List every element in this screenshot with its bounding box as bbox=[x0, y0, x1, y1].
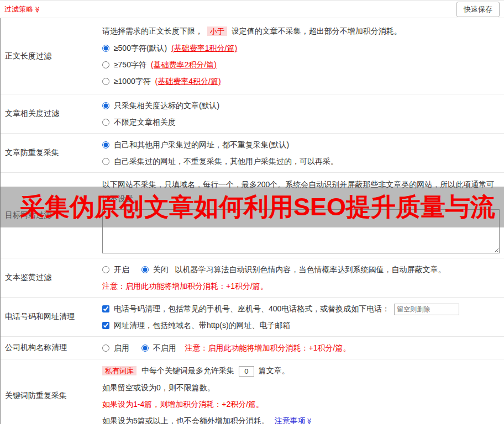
row-content-target-site: 以下网站不采集，只填域名，每行一个，最多200个。系统会自动识别并屏蔽那些非文章… bbox=[99, 173, 504, 258]
option-text: 不限定文章相关度 bbox=[114, 118, 176, 126]
notice-link[interactable]: 注意事项≫ bbox=[275, 416, 313, 424]
row-content-dedupe: 自己和其他用户采集过的网址，都不重复采集(默认) 自己采集过的网址，不重复采集，… bbox=[99, 134, 504, 172]
length-option-500[interactable]: ≥500字符(默认) (基础费率1积分/篇) bbox=[102, 44, 237, 52]
row-content-porn-filter: 开启 关闭 以机器学习算法自动识别色情内容，当色情概率达到系统阈值，自动屏蔽文章… bbox=[99, 258, 504, 297]
dedupe-option-own[interactable]: 自己采集过的网址，不重复采集，其他用户采集过的，可以再采。 bbox=[102, 157, 338, 166]
settings-table: 正文长度过滤 请选择需求的正文长度下限， 小于 设定值的文章不采集，超出部分不增… bbox=[0, 18, 504, 424]
length-option-line-750: ≥750字符 (基础费率2积分/篇) bbox=[102, 56, 500, 73]
page-header: 过滤策略≫ 快速保存 bbox=[0, 0, 504, 18]
row-company-clean: 公司机构名称清理 启用 不启用 注意：启用此功能将增加积分消耗：+1积分/篇。 bbox=[1, 337, 504, 359]
row-body-length-filter: 正文长度过滤 请选择需求的正文长度下限， 小于 设定值的文章不采集，超出部分不增… bbox=[1, 18, 504, 94]
keyword-note-five-text: 如果设为5篇或以上，也不会额外增加积分消耗。 bbox=[102, 416, 269, 424]
keyword-limit-unit: 篇文章。 bbox=[259, 366, 290, 375]
length-option-1000[interactable]: ≥1000字符 (基础费率4积分/篇) bbox=[102, 77, 221, 86]
dedupe-option-line-2: 自己采集过的网址，不重复采集，其他用户采集过的，可以再采。 bbox=[102, 153, 500, 169]
option-rate-note: (基础费率4积分/篇) bbox=[155, 77, 221, 86]
row-content-phone-url-clean: 电话号码清理，包括常见的手机号、座机号、400电话格式，或替换成如下电话： 网址… bbox=[99, 298, 504, 336]
keyword-limit-line: 私有词库 中每个关键词最多允许采集 篇文章。 bbox=[102, 362, 500, 379]
replacement-phone-input[interactable] bbox=[394, 304, 459, 315]
relevance-option-any[interactable]: 不限定文章相关度 bbox=[102, 118, 176, 126]
row-label-porn-filter: 文本鉴黄过滤 bbox=[1, 258, 99, 297]
option-text: 只采集相关度达标的文章(默认) bbox=[114, 101, 219, 110]
dedupe-option-own-radio[interactable] bbox=[102, 158, 109, 165]
row-relevance-filter: 文章相关度过滤 只采集相关度达标的文章(默认) 不限定文章相关度 bbox=[1, 94, 504, 134]
phone-clean-line: 电话号码清理，包括常见的手机号、座机号、400电话格式，或替换成如下电话： bbox=[102, 300, 500, 317]
keyword-note-five-line: 如果设为5篇或以上，也不会额外增加积分消耗。 注意事项≫ bbox=[102, 412, 500, 424]
length-option-line-1000: ≥1000字符 (基础费率4积分/篇) bbox=[102, 73, 500, 89]
less-than-badge: 小于 bbox=[207, 26, 227, 36]
row-label-body-length: 正文长度过滤 bbox=[1, 18, 99, 94]
keyword-limit-text: 中每个关键词最多允许采集 bbox=[141, 366, 234, 375]
porn-filter-off-option[interactable]: 关闭 bbox=[141, 265, 171, 274]
relevance-option-line-1: 只采集相关度达标的文章(默认) bbox=[102, 97, 500, 114]
row-content-body-length: 请选择需求的正文长度下限， 小于 设定值的文章不采集，超出部分不增加积分消耗。 … bbox=[99, 18, 504, 94]
length-option-750[interactable]: ≥750字符 (基础费率2积分/篇) bbox=[102, 60, 217, 69]
porn-filter-on-radio[interactable] bbox=[102, 266, 109, 273]
chevron-down-icon: ≫ bbox=[34, 6, 41, 13]
option-text: 电话号码清理，包括常见的手机号、座机号、400电话格式，或替换成如下电话： bbox=[114, 304, 390, 313]
row-content-relevance: 只采集相关度达标的文章(默认) 不限定文章相关度 bbox=[99, 94, 504, 133]
option-text: ≥1000字符 bbox=[114, 77, 151, 86]
phone-clean-option[interactable]: 电话号码清理，包括常见的手机号、座机号、400电话格式，或替换成如下电话： bbox=[102, 304, 392, 313]
option-text: ≥750字符 bbox=[114, 60, 146, 69]
keyword-note-cost: 如果设为1-4篇，则增加积分消耗：+2积分/篇。 bbox=[102, 396, 500, 412]
quick-save-button[interactable]: 快速保存 bbox=[456, 2, 500, 17]
option-text: 启用 bbox=[114, 343, 129, 352]
porn-filter-on-option[interactable]: 开启 bbox=[102, 265, 132, 274]
porn-filter-options-line: 开启 关闭 以机器学习算法自动识别色情内容，当色情概率达到系统阈值，自动屏蔽文章… bbox=[102, 261, 500, 278]
company-clean-on-option[interactable]: 启用 bbox=[102, 343, 132, 352]
option-rate-note: (基础费率1积分/篇) bbox=[171, 44, 237, 52]
porn-filter-off-radio[interactable] bbox=[141, 266, 149, 273]
row-label-phone-url-clean: 电话号码和网址清理 bbox=[1, 298, 99, 336]
relevance-option-strict[interactable]: 只采集相关度达标的文章(默认) bbox=[102, 101, 219, 110]
company-clean-on-radio[interactable] bbox=[102, 344, 109, 352]
phone-clean-checkbox[interactable] bbox=[102, 305, 109, 312]
option-text: 网址清理，包括纯域名、带http(s)的网址、电子邮箱 bbox=[114, 321, 291, 330]
intro-text-post: 设定值的文章不采集，超出部分不增加积分消耗。 bbox=[232, 26, 402, 35]
url-clean-checkbox[interactable] bbox=[102, 322, 109, 329]
row-label-relevance: 文章相关度过滤 bbox=[1, 94, 99, 133]
url-clean-line: 网址清理，包括纯域名、带http(s)的网址、电子邮箱 bbox=[102, 317, 500, 333]
chevron-down-icon: ≫ bbox=[301, 418, 317, 424]
dedupe-option-line-1: 自己和其他用户采集过的网址，都不重复采集(默认) bbox=[102, 136, 500, 153]
length-option-1000-radio[interactable] bbox=[102, 78, 109, 85]
porn-filter-cost-note: 注意：启用此功能将增加积分消耗：+1积分/篇。 bbox=[102, 278, 500, 294]
row-phone-url-clean: 电话号码和网址清理 电话号码清理，包括常见的手机号、座机号、400电话格式，或替… bbox=[1, 298, 504, 337]
row-dedupe-collect: 文章防重复采集 自己和其他用户采集过的网址，都不重复采集(默认) 自己采集过的网… bbox=[1, 134, 504, 173]
page-title: 过滤策略 bbox=[4, 5, 33, 13]
dedupe-option-global[interactable]: 自己和其他用户采集过的网址，都不重复采集(默认) bbox=[102, 140, 289, 149]
length-option-500-radio[interactable] bbox=[102, 45, 109, 52]
filter-strategy-page: 过滤策略≫ 快速保存 正文长度过滤 请选择需求的正文长度下限， 小于 设定值的文… bbox=[0, 0, 504, 424]
company-clean-cost-note: 注意：启用此功能将增加积分消耗：+1积分/篇。 bbox=[185, 343, 351, 352]
row-keyword-dedupe: 关键词防重复采集 私有词库 中每个关键词最多允许采集 篇文章。 如果留空或设为0… bbox=[1, 359, 504, 424]
row-label-keyword-dedupe: 关键词防重复采集 bbox=[1, 359, 99, 424]
option-text: 不启用 bbox=[153, 343, 176, 352]
length-option-line-500: ≥500字符(默认) (基础费率1积分/篇) bbox=[102, 40, 500, 56]
row-label-target-site: 目标网站过滤 bbox=[1, 173, 99, 258]
relevance-option-strict-radio[interactable] bbox=[102, 102, 109, 109]
relevance-option-line-2: 不限定文章相关度 bbox=[102, 114, 500, 130]
row-label-company-clean: 公司机构名称清理 bbox=[1, 337, 99, 359]
company-clean-off-radio[interactable] bbox=[141, 344, 149, 352]
option-text: 开启 bbox=[114, 265, 129, 274]
keyword-limit-input[interactable] bbox=[239, 366, 254, 377]
length-option-750-radio[interactable] bbox=[102, 61, 109, 68]
target-site-description: 以下网站不采集，只填域名，每行一个，最多200个。系统会自动识别并屏蔽那些非文章… bbox=[102, 177, 500, 206]
porn-filter-description: 以机器学习算法自动识别色情内容，当色情概率达到系统阈值，自动屏蔽文章。 bbox=[175, 265, 446, 274]
company-clean-options-line: 启用 不启用 注意：启用此功能将增加积分消耗：+1积分/篇。 bbox=[102, 340, 500, 356]
dedupe-option-global-radio[interactable] bbox=[102, 141, 109, 149]
row-label-dedupe: 文章防重复采集 bbox=[1, 134, 99, 172]
relevance-option-any-radio[interactable] bbox=[102, 119, 109, 126]
private-lexicon-badge: 私有词库 bbox=[102, 366, 136, 375]
intro-text-pre: 请选择需求的正文长度下限， bbox=[102, 26, 203, 35]
company-clean-off-option[interactable]: 不启用 bbox=[141, 343, 179, 352]
row-content-keyword-dedupe: 私有词库 中每个关键词最多允许采集 篇文章。 如果留空或设为0，则不限篇数。 如… bbox=[99, 359, 504, 424]
target-site-textarea[interactable] bbox=[102, 209, 500, 253]
filter-strategy-title[interactable]: 过滤策略≫ bbox=[4, 4, 41, 14]
row-porn-filter: 文本鉴黄过滤 开启 关闭 以机器学习算法自动识别色情内容，当色情概率达到系统阈值… bbox=[1, 258, 504, 298]
option-rate-note: (基础费率2积分/篇) bbox=[151, 60, 217, 69]
keyword-note-unlimited: 如果留空或设为0，则不限篇数。 bbox=[102, 379, 500, 396]
row-target-site-filter: 目标网站过滤 以下网站不采集，只填域名，每行一个，最多200个。系统会自动识别并… bbox=[1, 173, 504, 258]
option-text: 自己采集过的网址，不重复采集，其他用户采集过的，可以再采。 bbox=[114, 157, 338, 166]
url-clean-option[interactable]: 网址清理，包括纯域名、带http(s)的网址、电子邮箱 bbox=[102, 321, 291, 330]
